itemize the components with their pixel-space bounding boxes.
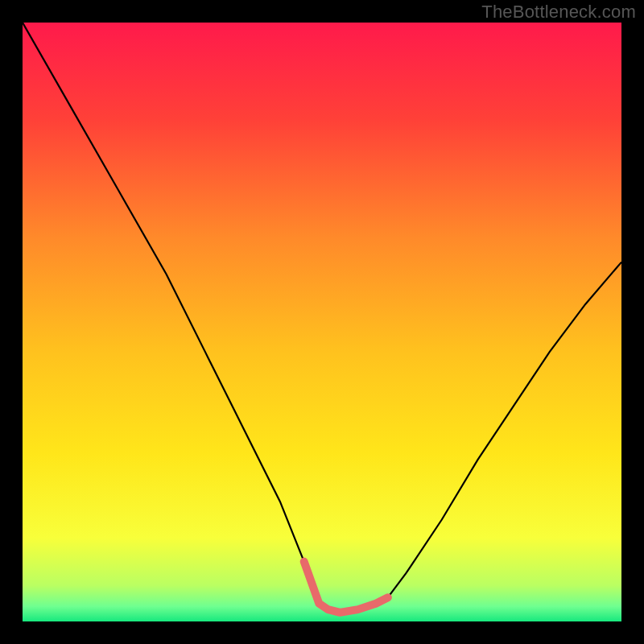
plot-area xyxy=(23,23,621,621)
gradient-background xyxy=(23,23,621,621)
watermark-label: TheBottleneck.com xyxy=(481,2,636,23)
bottleneck-chart xyxy=(23,23,621,621)
chart-frame: TheBottleneck.com xyxy=(0,0,644,644)
